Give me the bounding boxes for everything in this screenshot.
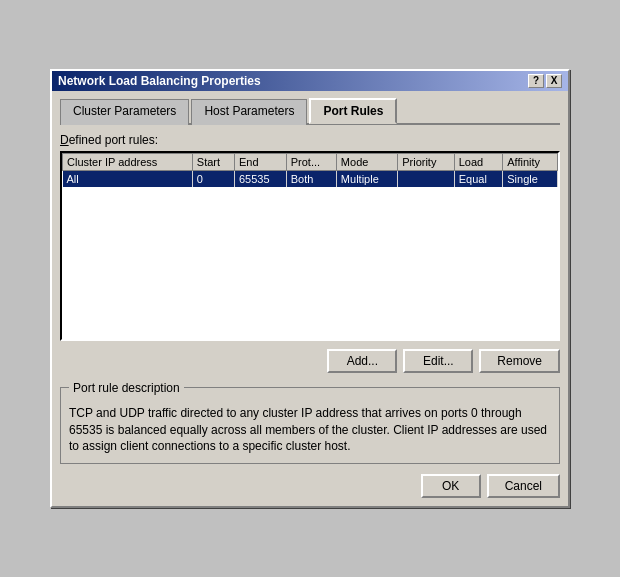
tab-port-rules-label: Port Rules bbox=[323, 104, 383, 118]
cell-affinity: Single bbox=[503, 170, 558, 187]
col-end: End bbox=[234, 153, 286, 170]
cell-end: 65535 bbox=[234, 170, 286, 187]
tab-host-parameters[interactable]: Host Parameters bbox=[191, 99, 307, 125]
tab-cluster-parameters-label: Cluster Parameters bbox=[73, 104, 176, 118]
dialog-window: Network Load Balancing Properties ? X Cl… bbox=[50, 69, 570, 508]
description-legend: Port rule description bbox=[69, 381, 184, 395]
cell-protocol: Both bbox=[286, 170, 336, 187]
col-mode: Mode bbox=[336, 153, 397, 170]
table-row[interactable]: All 0 65535 Both Multiple Equal Single bbox=[63, 170, 558, 187]
table-action-buttons: Add... Edit... Remove bbox=[60, 349, 560, 373]
cell-load: Equal bbox=[454, 170, 503, 187]
col-load: Load bbox=[454, 153, 503, 170]
close-button[interactable]: X bbox=[546, 74, 562, 88]
ok-button[interactable]: OK bbox=[421, 474, 481, 498]
title-bar: Network Load Balancing Properties ? X bbox=[52, 71, 568, 91]
col-affinity: Affinity bbox=[503, 153, 558, 170]
col-start: Start bbox=[192, 153, 234, 170]
bottom-buttons: OK Cancel bbox=[60, 472, 560, 498]
cell-start: 0 bbox=[192, 170, 234, 187]
tab-host-parameters-label: Host Parameters bbox=[204, 104, 294, 118]
remove-button[interactable]: Remove bbox=[479, 349, 560, 373]
help-button[interactable]: ? bbox=[528, 74, 544, 88]
tab-cluster-parameters[interactable]: Cluster Parameters bbox=[60, 99, 189, 125]
col-cluster-ip: Cluster IP address bbox=[63, 153, 193, 170]
dialog-body: Cluster Parameters Host Parameters Port … bbox=[52, 91, 568, 506]
dialog-title: Network Load Balancing Properties bbox=[58, 74, 261, 88]
col-protocol: Prot... bbox=[286, 153, 336, 170]
cell-cluster-ip: All bbox=[63, 170, 193, 187]
tab-port-rules[interactable]: Port Rules bbox=[309, 98, 397, 124]
cell-mode: Multiple bbox=[336, 170, 397, 187]
title-bar-buttons: ? X bbox=[528, 74, 562, 88]
port-rules-table-container[interactable]: Cluster IP address Start End Prot... Mod… bbox=[60, 151, 560, 341]
cell-priority bbox=[398, 170, 455, 187]
port-rules-table: Cluster IP address Start End Prot... Mod… bbox=[62, 153, 558, 187]
add-button[interactable]: Add... bbox=[327, 349, 397, 373]
description-group: Port rule description TCP and UDP traffi… bbox=[60, 381, 560, 464]
section-label: Defined port rules: bbox=[60, 133, 560, 147]
table-header-row: Cluster IP address Start End Prot... Mod… bbox=[63, 153, 558, 170]
edit-button[interactable]: Edit... bbox=[403, 349, 473, 373]
col-priority: Priority bbox=[398, 153, 455, 170]
cancel-button[interactable]: Cancel bbox=[487, 474, 560, 498]
port-rules-section: Defined port rules: Cluster IP address S… bbox=[60, 133, 560, 498]
tab-bar: Cluster Parameters Host Parameters Port … bbox=[60, 97, 560, 125]
description-text: TCP and UDP traffic directed to any clus… bbox=[69, 401, 551, 455]
